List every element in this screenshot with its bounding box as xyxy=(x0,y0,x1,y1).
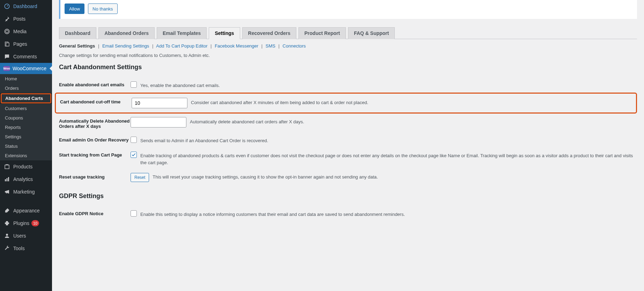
sidebar-item-label: Marketing xyxy=(13,189,35,195)
sidebar-sub-reports[interactable]: Reports xyxy=(0,123,52,132)
row-cutoff-time: Cart abandoned cut-off time Consider car… xyxy=(55,93,637,114)
subnav-general[interactable]: General Settings xyxy=(59,43,95,49)
row-email-admin: Email admin On Order Recovery Sends emai… xyxy=(59,132,637,148)
svg-rect-4 xyxy=(6,43,9,46)
settings-tabs: Dashboard Abandoned Orders Email Templat… xyxy=(59,26,637,39)
desc-auto-delete: Automatically delete abandoned cart orde… xyxy=(190,117,304,125)
subnav-email-sending[interactable]: Email Sending Settings xyxy=(102,43,149,49)
section-title-gdpr: GDPR Settings xyxy=(59,192,637,200)
subnav-atc-popup[interactable]: Add To Cart Popup Editor xyxy=(156,43,207,49)
checkbox-email-admin[interactable] xyxy=(131,137,137,143)
desc-email-admin: Sends email to Admin if an Abandoned Car… xyxy=(140,136,268,144)
svg-point-1 xyxy=(6,30,8,33)
row-auto-delete: Automatically Delete Abandoned Orders af… xyxy=(59,114,637,132)
nothanks-button[interactable]: No thanks xyxy=(88,3,118,14)
row-enable-emails: Enable abandoned cart emails Yes, enable… xyxy=(59,77,637,93)
label-email-admin: Email admin On Order Recovery xyxy=(59,136,131,143)
subnav-connectors[interactable]: Connectors xyxy=(283,43,306,49)
label-gdpr-notice: Enable GDPR Notice xyxy=(59,210,131,216)
sidebar-item-label: Posts xyxy=(13,16,25,22)
sidebar-item-label: Plugins xyxy=(13,220,29,226)
tab-dashboard[interactable]: Dashboard xyxy=(59,27,96,39)
sidebar-item-analytics[interactable]: Analytics xyxy=(0,173,52,185)
desc-enable-emails: Yes, enable the abandoned cart emails. xyxy=(140,81,220,89)
sidebar-item-label: WooCommerce xyxy=(13,66,46,71)
tab-settings[interactable]: Settings xyxy=(209,27,240,39)
desc-gdpr-notice: Enable this setting to display a notice … xyxy=(140,210,405,218)
user-icon xyxy=(3,232,10,239)
sidebar-sub-coupons[interactable]: Coupons xyxy=(0,113,52,123)
sidebar-item-marketing[interactable]: Marketing xyxy=(0,185,52,198)
desc-cutoff: Consider cart abandoned after X minutes … xyxy=(191,98,368,106)
products-icon xyxy=(3,163,10,170)
settings-description: Change settings for sending email notifi… xyxy=(59,53,637,58)
sidebar-item-label: Comments xyxy=(13,54,37,59)
sidebar-item-label: Appearance xyxy=(13,208,40,213)
settings-subnav: General Settings | Email Sending Setting… xyxy=(59,39,637,53)
gauge-icon xyxy=(3,3,10,10)
comment-icon xyxy=(3,53,10,60)
svg-rect-7 xyxy=(7,178,8,181)
admin-sidebar: Dashboard Posts Media Pages Comments xyxy=(0,0,52,291)
sidebar-item-dashboard[interactable]: Dashboard xyxy=(0,0,52,13)
sidebar-item-products[interactable]: Products xyxy=(0,160,52,173)
sidebar-item-label: Products xyxy=(13,164,32,169)
allow-button[interactable]: Allow xyxy=(65,3,84,14)
sidebar-item-appearance[interactable]: Appearance xyxy=(0,204,52,217)
checkbox-tracking[interactable] xyxy=(131,152,137,158)
svg-rect-8 xyxy=(8,177,9,181)
sidebar-sub-settings[interactable]: Settings xyxy=(0,132,52,141)
tab-product-report[interactable]: Product Report xyxy=(298,27,346,39)
svg-point-9 xyxy=(6,234,8,236)
main-content: Allow No thanks Dashboard Abandoned Orde… xyxy=(52,0,644,291)
sidebar-item-comments[interactable]: Comments xyxy=(0,50,52,63)
page-icon xyxy=(3,41,10,48)
checkbox-enable-emails[interactable] xyxy=(131,81,137,88)
input-cutoff-time[interactable] xyxy=(132,98,187,108)
label-tracking: Start tracking from Cart Page xyxy=(59,151,131,158)
sidebar-item-plugins[interactable]: Plugins 10 xyxy=(0,217,52,230)
checkbox-gdpr-notice[interactable] xyxy=(131,210,137,217)
tab-email-templates[interactable]: Email Templates xyxy=(157,27,207,39)
subnav-fb-messenger[interactable]: Facebook Messenger xyxy=(215,43,258,49)
desc-reset: This will reset your usage tracking sett… xyxy=(153,173,378,181)
sidebar-item-media[interactable]: Media xyxy=(0,25,52,38)
sidebar-item-woocommerce[interactable]: Woo WooCommerce xyxy=(0,63,52,74)
desc-tracking: Enable tracking of abandoned products & … xyxy=(140,151,637,166)
subnav-sms[interactable]: SMS xyxy=(266,43,275,49)
input-auto-delete[interactable] xyxy=(131,117,186,128)
sidebar-sub-abandoned-carts[interactable]: Abandoned Carts xyxy=(1,93,51,103)
sidebar-item-label: Media xyxy=(13,29,27,34)
sidebar-item-tools[interactable]: Tools xyxy=(0,242,52,255)
tab-abandoned-orders[interactable]: Abandoned Orders xyxy=(98,27,155,39)
plug-icon xyxy=(3,220,10,227)
sidebar-item-label: Tools xyxy=(13,246,25,251)
row-tracking: Start tracking from Cart Page Enable tra… xyxy=(59,147,637,169)
sidebar-item-label: Dashboard xyxy=(13,3,37,9)
sidebar-item-label: Pages xyxy=(13,41,27,47)
sidebar-sub-home[interactable]: Home xyxy=(0,74,52,83)
reset-button[interactable]: Reset xyxy=(131,173,149,182)
sidebar-item-posts[interactable]: Posts xyxy=(0,13,52,25)
sidebar-sub-extensions[interactable]: Extensions xyxy=(0,151,52,160)
label-enable-emails: Enable abandoned cart emails xyxy=(59,81,131,87)
woo-icon: Woo xyxy=(3,66,10,71)
sidebar-item-users[interactable]: Users xyxy=(0,230,52,242)
tab-faq-support[interactable]: FAQ & Support xyxy=(348,27,395,39)
sidebar-sub-orders[interactable]: Orders xyxy=(0,83,52,93)
tab-recovered-orders[interactable]: Recovered Orders xyxy=(242,27,296,39)
media-icon xyxy=(3,28,10,35)
svg-rect-5 xyxy=(5,165,9,169)
sidebar-item-label: Analytics xyxy=(13,176,33,182)
plugins-update-badge: 10 xyxy=(31,220,39,226)
brush-icon xyxy=(3,207,10,214)
sidebar-sub-status[interactable]: Status xyxy=(0,141,52,151)
sidebar-sub-customers[interactable]: Customers xyxy=(0,104,52,113)
wrench-icon xyxy=(3,245,10,252)
sidebar-item-pages[interactable]: Pages xyxy=(0,38,52,50)
analytics-icon xyxy=(3,176,10,183)
svg-rect-6 xyxy=(5,179,6,181)
label-cutoff: Cart abandoned cut-off time xyxy=(56,98,132,104)
row-gdpr-notice: Enable GDPR Notice Enable this setting t… xyxy=(59,206,637,221)
marketing-icon xyxy=(3,188,10,195)
